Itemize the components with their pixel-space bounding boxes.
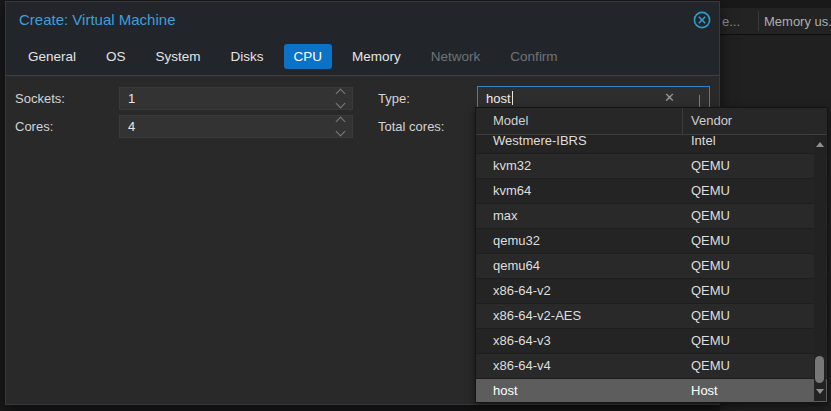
list-item[interactable]: x86-64-v3 QEMU [476, 329, 827, 354]
model-column-header[interactable]: Model [493, 113, 528, 128]
tab-cpu[interactable]: CPU [284, 44, 333, 69]
vendor-column-header[interactable]: Vendor [691, 113, 732, 128]
background-table-header: e... Memory us. [720, 8, 831, 35]
tab-strip: GeneralOSSystemDisksCPUMemoryNetworkConf… [18, 40, 568, 72]
clear-icon[interactable]: ✕ [664, 90, 675, 105]
cpu-type-value: host [478, 91, 511, 106]
background-column-partial: e... [722, 14, 740, 29]
dropdown-header: Model Vendor [476, 108, 827, 135]
screen: e... Memory us. Create: Virtual Machine … [0, 0, 831, 411]
scroll-up-icon[interactable] [816, 142, 824, 147]
sockets-label: Sockets: [15, 91, 65, 106]
cores-field[interactable]: 4 [119, 115, 353, 138]
tab-disks[interactable]: Disks [221, 44, 274, 69]
spinner-down-icon[interactable] [335, 99, 345, 109]
list-item[interactable]: host Host [476, 379, 827, 402]
list-item[interactable]: qemu64 QEMU [476, 254, 827, 279]
list-item[interactable]: Westmere-IBRS Intel [476, 135, 827, 154]
spinner-down-icon[interactable] [335, 127, 345, 137]
list-item[interactable]: x86-64-v2 QEMU [476, 279, 827, 304]
scroll-down-icon[interactable] [816, 389, 824, 394]
type-label: Type: [378, 91, 410, 106]
list-item[interactable]: x86-64-v4 QEMU [476, 354, 827, 379]
sockets-field[interactable]: 1 [119, 87, 353, 110]
cores-spinner[interactable] [331, 116, 349, 137]
dropdown-rows: Westmere-IBRS Intel kvm32 QEMU kvm64 QEM… [476, 135, 827, 402]
text-cursor [512, 91, 513, 105]
cores-value: 4 [120, 119, 135, 134]
dialog-titlebar: Create: Virtual Machine [6, 2, 719, 38]
column-divider [682, 108, 683, 134]
list-item[interactable]: kvm64 QEMU [476, 179, 827, 204]
tab-system[interactable]: System [146, 44, 211, 69]
spinner-up-icon[interactable] [335, 117, 345, 127]
list-item[interactable]: max QEMU [476, 204, 827, 229]
cores-label: Cores: [15, 119, 53, 134]
list-item[interactable]: qemu32 QEMU [476, 229, 827, 254]
sockets-value: 1 [120, 91, 135, 106]
dialog-title: Create: Virtual Machine [19, 11, 175, 28]
spinner-up-icon[interactable] [335, 89, 345, 99]
tab-confirm: Confirm [500, 44, 567, 69]
total-cores-label: Total cores: [378, 119, 444, 134]
list-item[interactable]: kvm32 QEMU [476, 154, 827, 179]
close-icon[interactable] [693, 11, 711, 29]
tab-os[interactable]: OS [96, 44, 136, 69]
tab-network: Network [421, 44, 491, 69]
background-column-divider [758, 11, 759, 31]
tab-memory[interactable]: Memory [342, 44, 411, 69]
sockets-spinner[interactable] [331, 88, 349, 109]
list-item[interactable]: x86-64-v2-AES QEMU [476, 304, 827, 329]
scrollbar-thumb[interactable] [815, 356, 824, 383]
dropdown-scrollbar[interactable] [814, 135, 826, 401]
cpu-type-dropdown: Model Vendor Westmere-IBRS Intel kvm32 Q… [475, 107, 828, 403]
background-column-memory-usage[interactable]: Memory us. [764, 14, 831, 29]
tab-general[interactable]: General [18, 44, 86, 69]
